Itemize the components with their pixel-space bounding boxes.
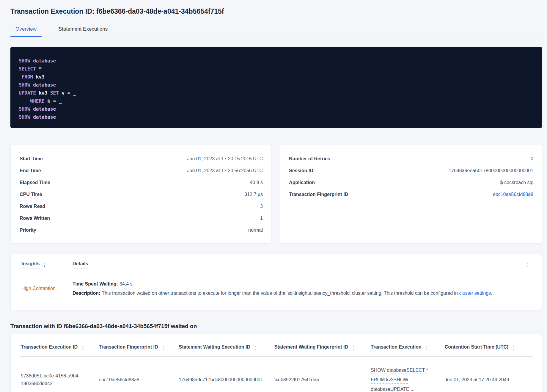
column-header-insights[interactable]: Insights xyxy=(21,261,40,269)
sql-token: UPDATE xyxy=(19,90,36,96)
summary-row-start-time: Start TimeJun 01, 2023 at 17:20:15:2015 … xyxy=(20,153,263,165)
sort-desc-icon: ▼ xyxy=(43,265,46,267)
elapsed-time-label: Elapsed Time xyxy=(20,180,50,185)
sql-line: SHOW database xyxy=(19,105,534,113)
waited-on-table: Transaction Execution ID▲▼Transaction Fi… xyxy=(20,339,533,392)
application-value: $ cockroach sql xyxy=(500,180,533,185)
session-id-value: 17648a9eea6017800000000000000001 xyxy=(449,168,533,173)
cluster-settings-link[interactable]: cluster settings xyxy=(459,291,491,296)
column-header-transaction-fingerprint-id[interactable]: Transaction Fingerprint ID▲▼ xyxy=(98,339,177,357)
elapsed-time-value: 40.9 s xyxy=(250,180,263,185)
sort-arrows-icon[interactable]: ▲▼ xyxy=(162,345,164,351)
summary-row-elapsed-time: Elapsed Time40.9 s xyxy=(20,177,263,189)
transaction-execution-cell: SHOW databaseSELECT * FROM kv3SHOW datab… xyxy=(370,357,444,392)
sql-line: SHOW database xyxy=(19,57,534,65)
column-header-label: Statement Waiting Execution ID xyxy=(179,344,250,352)
transaction-execution-id-cell: 9738d051-bc0e-4158-a9b4-1903586ddd42 xyxy=(20,357,98,392)
insights-table-card: Insights ▲▼ Details ▲▼ High Contention T… xyxy=(10,254,542,310)
sql-line: SELECT * xyxy=(19,65,534,73)
insight-description-line: Description:This transaction waited on o… xyxy=(73,288,531,298)
summary-row-number-of-retries: Number of Retries0 xyxy=(289,153,533,165)
sql-token: database xyxy=(33,58,56,64)
column-header-statement-waiting-fingerprint-id[interactable]: Statement Waiting Fingerprint ID▲▼ xyxy=(273,339,370,357)
transaction-execution-link[interactable]: SHOW databaseSELECT * FROM kv3SHOW datab… xyxy=(371,368,428,392)
insight-row: High Contention Time Spent Waiting:34.4 … xyxy=(21,273,531,305)
sort-arrows-icon[interactable]: ▲▼ xyxy=(352,345,355,351)
sort-arrows-icon[interactable]: ▲▼ xyxy=(254,345,257,351)
column-header-inner: Statement Waiting Fingerprint ID▲▼ xyxy=(274,344,365,352)
sql-token: SHOW xyxy=(19,82,30,88)
sql-line: FROM kv3 xyxy=(19,73,534,81)
column-header-inner: Transaction Execution▲▼ xyxy=(371,344,439,352)
tab-statement-executions[interactable]: Statement Executions xyxy=(54,23,113,37)
sort-desc-icon: ▼ xyxy=(81,348,84,351)
summary-row-priority: Prioritynormal xyxy=(20,224,263,236)
sort-desc-icon: ▼ xyxy=(526,265,529,267)
sort-arrows-icon[interactable]: ▲▼ xyxy=(81,345,84,351)
column-header-transaction-execution[interactable]: Transaction Execution▲▼ xyxy=(370,339,444,357)
table-row: 9738d051-bc0e-4158-a9b4-1903586ddd42ebc1… xyxy=(20,357,533,392)
sort-asc-icon: ▲ xyxy=(162,345,164,348)
summary-row-rows-written: Rows Written1 xyxy=(20,212,263,224)
sql-token: = xyxy=(53,98,56,104)
waiting-time-value: 34.4 s xyxy=(120,281,133,286)
sql-token: v xyxy=(62,90,65,96)
sql-line: SHOW database xyxy=(19,113,534,121)
sort-desc-icon: ▼ xyxy=(162,348,164,351)
summary-row-application: Application$ cockroach sql xyxy=(289,177,533,189)
sql-token: WHERE xyxy=(30,98,45,104)
execution-details-card: Start TimeJun 01, 2023 at 17:20:15:2015 … xyxy=(10,145,271,244)
sort-arrows-icon[interactable]: ▲▼ xyxy=(425,345,428,351)
start-time-label: Start Time xyxy=(20,156,43,161)
sql-line: SHOW database xyxy=(19,81,534,89)
transaction-fingerprint-id-value[interactable]: ebc10ae56cfd88a8 xyxy=(493,192,533,197)
waiting-time-label: Time Spent Waiting: xyxy=(73,281,118,286)
end-time-label: End Time xyxy=(20,168,41,173)
sql-token: SHOW xyxy=(19,58,30,64)
sort-arrows-icon[interactable]: ▲▼ xyxy=(512,345,515,351)
column-header-transaction-execution-id[interactable]: Transaction Execution ID▲▼ xyxy=(20,339,98,357)
sql-line: WHERE k = _ xyxy=(19,97,534,105)
sql-token: database xyxy=(33,82,56,88)
sql-token: FROM xyxy=(22,74,33,80)
sort-arrows-icon[interactable]: ▲▼ xyxy=(526,262,529,267)
priority-value: normal xyxy=(248,228,263,233)
cpu-time-value: 312.7 µs xyxy=(244,192,263,197)
priority-label: Priority xyxy=(20,228,36,233)
number-of-retries-value: 0 xyxy=(531,156,533,161)
sort-asc-icon: ▲ xyxy=(526,262,529,264)
column-header-contention-start-time-utc[interactable]: Contention Start Time (UTC)▲▼ xyxy=(444,339,533,357)
waited-on-table-body: 9738d051-bc0e-4158-a9b4-1903586ddd42ebc1… xyxy=(20,357,533,392)
summary-row-rows-read: Rows Read3 xyxy=(20,200,263,212)
column-header-label: Contention Start Time (UTC) xyxy=(445,344,509,352)
sql-line: UPDATE kv3 SET v = _ xyxy=(19,89,534,97)
statement-waiting-fingerprint-id-cell: \xdb8922f077541dda xyxy=(273,357,370,392)
column-header-label: Transaction Execution xyxy=(371,344,422,352)
waited-on-header-row: Transaction Execution ID▲▼Transaction Fi… xyxy=(20,339,533,357)
tab-overview[interactable]: Overview xyxy=(10,23,42,37)
sort-desc-icon: ▼ xyxy=(254,348,257,351)
summary-row-cpu-time: CPU Time312.7 µs xyxy=(20,189,263,200)
sql-token: kv3 xyxy=(39,90,47,96)
column-header-inner: Contention Start Time (UTC)▲▼ xyxy=(445,344,529,352)
sql-token: _ xyxy=(73,90,76,96)
summary-row-transaction-fingerprint-id: Transaction Fingerprint IDebc10ae56cfd88… xyxy=(289,189,533,200)
end-time-value: Jun 01, 2023 at 17:20:56:2056 UTC xyxy=(187,168,263,173)
column-header-statement-waiting-execution-id[interactable]: Statement Waiting Execution ID▲▼ xyxy=(178,339,273,357)
insight-waiting-line: Time Spent Waiting:34.4 s xyxy=(73,279,531,288)
column-header-inner: Transaction Execution ID▲▼ xyxy=(21,344,93,352)
column-header-details[interactable]: Details xyxy=(73,261,88,269)
application-label: Application xyxy=(289,180,315,185)
column-header-label: Statement Waiting Fingerprint ID xyxy=(274,344,348,352)
summary-row-session-id: Session ID17648a9eea60178000000000000000… xyxy=(289,165,533,177)
sql-token: k xyxy=(47,98,50,104)
sql-token: database xyxy=(33,114,56,120)
sort-arrows-icon[interactable]: ▲▼ xyxy=(43,262,46,267)
sql-token: SHOW xyxy=(19,114,30,120)
description-suffix: . xyxy=(491,291,492,296)
sql-token: SHOW xyxy=(19,106,30,112)
insights-table-header: Insights ▲▼ Details ▲▼ xyxy=(21,261,531,273)
statement-waiting-execution-id-cell: 176498a9c717bdc80000000000000001 xyxy=(178,357,273,392)
rows-read-value: 3 xyxy=(260,204,263,209)
rows-written-value: 1 xyxy=(260,216,263,221)
